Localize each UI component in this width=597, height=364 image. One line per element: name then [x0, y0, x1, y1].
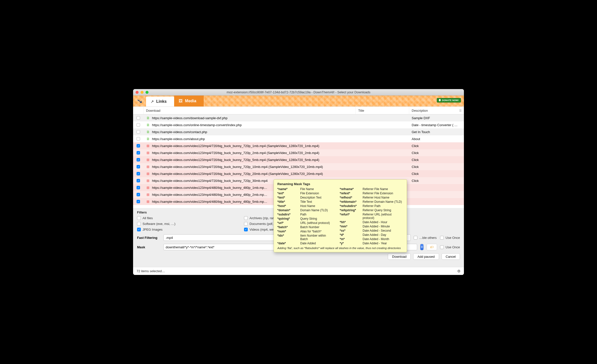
tag-icon: 🏷	[430, 245, 434, 249]
row-checkbox[interactable]: ✓	[137, 144, 140, 148]
tooltip-col-left: *name*File Name*ext*File Extension*text*…	[277, 187, 334, 245]
table-row[interactable]: 🗎https://sample-videos.com/contact.phpGe…	[133, 128, 464, 135]
checkbox-icon[interactable]: ✓	[244, 228, 248, 231]
tooltip-desc: Date Added - Day	[363, 233, 403, 237]
filter-jpeg[interactable]: ✓JPEG Images	[137, 228, 244, 231]
zoom-icon[interactable]	[146, 91, 149, 94]
row-url: https://sample-videos.com/contact.php	[152, 130, 207, 134]
filter-all-files[interactable]: All files	[137, 216, 244, 220]
row-checkbox[interactable]: ✓	[137, 186, 140, 189]
tooltip-col-right: *refname*Referrer File Name*refext*Refer…	[340, 187, 403, 245]
tooltip-tag: *batch*	[277, 225, 299, 229]
row-url: https://sample-videos.com/video123/mp4/7…	[152, 144, 319, 148]
donate-button[interactable]: DONATE NOW!	[437, 98, 461, 103]
action-bar: Download Add paused Cancel	[137, 253, 460, 260]
minimize-icon[interactable]	[141, 91, 144, 94]
video-icon: ⊞	[146, 144, 150, 148]
close-icon[interactable]	[136, 91, 139, 94]
column-checkbox[interactable]	[133, 107, 144, 114]
row-url: https://sample-videos.com/online-timesta…	[152, 123, 242, 127]
column-download[interactable]: Download	[144, 107, 356, 114]
checkbox-icon[interactable]	[440, 245, 444, 249]
tooltip-desc: Batch Number	[300, 225, 334, 229]
mask-tags-button[interactable]: 🏷	[427, 244, 437, 250]
mask-use-once-option[interactable]: Use Once	[440, 245, 460, 249]
tooltip-tag: *hh*	[340, 220, 361, 224]
gear-icon[interactable]: ⚙	[457, 269, 460, 273]
table-row[interactable]: ✓⊞https://sample-videos.com/video123/mp4…	[133, 149, 464, 156]
row-url: https://sample-videos.com/download-sampl…	[152, 116, 227, 120]
download-button[interactable]: Download	[388, 253, 411, 260]
row-url: https://sample-videos.com/video123/mp4/7…	[152, 158, 319, 162]
row-checkbox[interactable]	[137, 123, 140, 127]
disable-others-option[interactable]: …ble others	[414, 236, 437, 240]
mask-tags-tooltip: Renaming Mask Tags *name*File Name*ext*F…	[274, 179, 407, 252]
checkbox-icon[interactable]: ✓	[137, 228, 141, 231]
tooltip-tag: *refsubdirs*	[340, 204, 361, 208]
row-checkbox[interactable]: ✓	[137, 151, 140, 155]
checkbox-icon[interactable]	[440, 236, 444, 240]
table-row[interactable]: ✓⊞https://sample-videos.com/video123/mp4…	[133, 142, 464, 149]
table-row[interactable]: 🗎https://sample-videos.com/download-samp…	[133, 114, 464, 121]
tooltip-desc: Referrer URL (without protocol)	[363, 213, 403, 220]
tooltip-desc: Referrer File Name	[363, 187, 403, 191]
column-title[interactable]: Title	[356, 107, 409, 114]
add-paused-button[interactable]: Add paused	[413, 253, 439, 260]
table-row[interactable]: 🗎https://sample-videos.com/online-timest…	[133, 121, 464, 128]
tab-links[interactable]: ↗ Links	[146, 97, 174, 106]
tooltip-desc: Title Text	[300, 200, 334, 204]
video-icon: ⊞	[146, 179, 150, 183]
tooltip-tag: *m*	[340, 237, 361, 241]
row-checkbox[interactable]: ✓	[137, 165, 140, 168]
row-checkbox[interactable]: ✓	[137, 200, 140, 203]
row-checkbox[interactable]	[137, 130, 140, 134]
row-checkbox[interactable]	[137, 116, 140, 120]
table-row[interactable]: 🗎https://sample-videos.com/about.phpAbou…	[133, 135, 464, 142]
tooltip-desc: Date Added - Minute	[363, 225, 403, 228]
filter-software[interactable]: Software (exe, msi, …)	[137, 222, 244, 226]
row-description: Click	[409, 144, 464, 148]
cancel-button[interactable]: Cancel	[442, 253, 460, 260]
video-icon: ⊞	[146, 200, 150, 204]
row-description: Click	[409, 179, 464, 183]
titlebar: moz-extension://50cc808f-7e07-134d-bd72-…	[133, 89, 464, 96]
table-row[interactable]: ✓⊞https://sample-videos.com/video123/mp4…	[133, 163, 464, 170]
download-icon	[439, 99, 441, 102]
table-row[interactable]: ✓⊞https://sample-videos.com/video123/mp4…	[133, 170, 464, 177]
tooltip-tag: *d*	[340, 233, 361, 237]
row-description: Sample DXF	[409, 116, 464, 120]
table-row[interactable]: ✓⊞https://sample-videos.com/video123/mp4…	[133, 156, 464, 163]
row-description: About	[409, 137, 464, 141]
video-icon: ⊞	[146, 193, 150, 197]
tab-media[interactable]: 🖼 Media	[174, 96, 204, 106]
document-icon: 🗎	[146, 116, 150, 120]
checkbox-icon[interactable]	[414, 236, 417, 240]
tab-media-label: Media	[185, 99, 196, 103]
row-checkbox[interactable]: ✓	[137, 158, 140, 161]
tooltip-desc: Referrer Host Name	[363, 196, 403, 199]
tooltip-tag: *refname*	[340, 187, 361, 191]
column-description[interactable]: Description☰	[409, 107, 464, 114]
row-checkbox[interactable]: ✓	[137, 172, 140, 175]
checkbox-icon[interactable]	[137, 216, 141, 220]
row-checkbox[interactable]: ✓	[137, 179, 140, 182]
menu-icon[interactable]: ☰	[459, 109, 462, 112]
row-checkbox[interactable]	[137, 137, 140, 141]
video-icon: ⊞	[146, 172, 150, 176]
mask-label: Mask	[137, 245, 160, 249]
tooltip-tag: *ss*	[340, 229, 361, 232]
fast-filter-opts: …ble others Use Once	[414, 236, 460, 240]
checkbox-icon[interactable]	[244, 222, 248, 226]
window-title: moz-extension://50cc808f-7e07-134d-bd72-…	[133, 90, 464, 94]
tooltip-tag: *refurl*	[340, 213, 361, 220]
row-checkbox[interactable]: ✓	[137, 193, 140, 196]
tooltip-tag: *subdirs*	[277, 213, 299, 216]
use-once-option[interactable]: Use Once	[440, 236, 460, 240]
checkbox-icon[interactable]	[137, 222, 141, 226]
row-url: https://sample-videos.com/video123/mp4/7…	[152, 165, 323, 169]
mask-stepper[interactable]: ▲▼	[420, 244, 424, 250]
tooltip-tag: *num*	[277, 230, 299, 233]
row-description: Click	[409, 165, 464, 169]
row-url: https://sample-videos.com/video123/mp4/4…	[152, 186, 267, 190]
checkbox-icon[interactable]	[244, 216, 248, 220]
